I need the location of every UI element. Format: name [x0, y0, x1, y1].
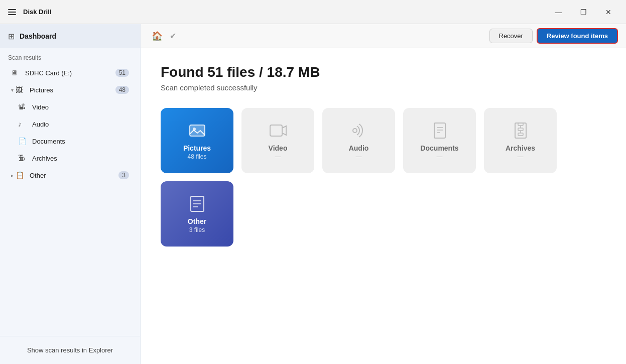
svg-rect-11 — [518, 128, 523, 131]
main-subtext: Scan completed successfully — [161, 83, 606, 92]
main-content: Found 51 files / 18.7 MB Scan completed … — [141, 48, 626, 364]
minimize-button[interactable]: — — [547, 4, 570, 20]
chevron-right-icon: ▸ — [11, 173, 14, 178]
scan-results-label: Scan results — [0, 48, 140, 64]
documents-card-label: Documents — [420, 144, 458, 152]
svg-rect-0 — [190, 125, 205, 136]
other-card-sub: 3 files — [189, 226, 205, 233]
video-card-sub: — — [275, 153, 281, 160]
right-panel: 🏠 ✔ Recover Review found items Found 51 … — [141, 24, 626, 364]
sidebar-footer: Show scan results in Explorer — [0, 336, 140, 364]
sidebar-item-label-documents: Documents — [32, 138, 129, 145]
show-explorer-button[interactable]: Show scan results in Explorer — [8, 342, 132, 358]
file-card-audio[interactable]: Audio — — [322, 108, 395, 173]
maximize-button[interactable]: ❐ — [572, 4, 595, 20]
svg-rect-4 — [434, 123, 445, 138]
video-card-icon — [269, 121, 288, 140]
svg-rect-9 — [518, 123, 523, 126]
documents-icon: 📄 — [18, 137, 28, 145]
video-card-label: Video — [269, 144, 288, 152]
drive-icon: 🖥 — [11, 69, 21, 77]
window-controls: — ❐ ✕ — [547, 4, 620, 20]
sidebar: ⊞ Dashboard Scan results 🖥 SDHC Card (E:… — [0, 24, 141, 364]
toolbar-right: Recover Review found items — [489, 28, 618, 44]
sidebar-item-video[interactable]: 📽 Video — [3, 99, 137, 115]
svg-rect-13 — [518, 133, 523, 136]
sidebar-item-count-sdhc: 51 — [115, 69, 129, 77]
documents-card-icon — [430, 121, 449, 140]
archives-icon: 🗜 — [18, 154, 28, 162]
file-card-archives[interactable]: Archives — — [484, 108, 557, 173]
hamburger-menu[interactable] — [6, 7, 18, 17]
dashboard-label: Dashboard — [20, 32, 56, 40]
sidebar-item-label-other: Other — [30, 172, 118, 179]
file-card-other[interactable]: Other 3 files — [161, 181, 233, 247]
titlebar: Disk Drill — ❐ ✕ — [0, 0, 626, 24]
audio-card-sub: — — [356, 153, 362, 160]
chevron-down-icon: ▾ — [11, 87, 14, 93]
sidebar-item-label-sdhc: SDHC Card (E:) — [25, 69, 115, 77]
other-card-label: Other — [188, 217, 206, 225]
app-title: Disk Drill — [23, 8, 51, 16]
main-heading: Found 51 files / 18.7 MB — [161, 64, 606, 80]
toolbar-left: 🏠 ✔ — [149, 28, 176, 45]
audio-card-icon — [349, 121, 368, 140]
titlebar-left: Disk Drill — [6, 7, 51, 17]
pictures-icon: 🖼 — [16, 86, 26, 94]
recover-button[interactable]: Recover — [489, 29, 533, 43]
sidebar-item-label-archives: Archives — [32, 155, 129, 162]
sidebar-item-label-video: Video — [32, 103, 129, 111]
audio-icon: ♪ — [18, 120, 28, 128]
sidebar-item-archives[interactable]: 🗜 Archives — [3, 150, 137, 166]
sidebar-item-pictures[interactable]: ▾ 🖼 Pictures 48 — [3, 82, 137, 98]
review-found-items-button[interactable]: Review found items — [537, 28, 618, 44]
archives-card-label: Archives — [506, 144, 535, 152]
svg-rect-2 — [270, 125, 282, 136]
other-card-icon — [188, 194, 207, 213]
sidebar-dashboard-item[interactable]: ⊞ Dashboard — [0, 24, 140, 48]
sidebar-item-count-other: 3 — [118, 171, 129, 179]
sidebar-item-sdhc[interactable]: 🖥 SDHC Card (E:) 51 — [3, 65, 137, 81]
file-card-video[interactable]: Video — — [241, 108, 314, 173]
audio-card-label: Audio — [349, 144, 369, 152]
sidebar-item-label-pictures: Pictures — [30, 86, 115, 94]
pictures-card-icon — [188, 121, 207, 140]
close-button[interactable]: ✕ — [597, 4, 620, 20]
sidebar-item-count-pictures: 48 — [115, 86, 129, 94]
sidebar-item-other[interactable]: ▸ 📋 Other 3 — [3, 167, 137, 183]
pictures-card-label: Pictures — [183, 144, 211, 152]
app-body: ⊞ Dashboard Scan results 🖥 SDHC Card (E:… — [0, 24, 626, 364]
pictures-card-sub: 48 files — [187, 153, 206, 160]
sidebar-item-documents[interactable]: 📄 Documents — [3, 133, 137, 149]
check-icon: ✔ — [170, 31, 176, 41]
toolbar: 🏠 ✔ Recover Review found items — [141, 24, 626, 48]
archives-card-icon — [511, 121, 530, 140]
documents-card-sub: — — [437, 153, 443, 160]
archives-card-sub: — — [518, 153, 524, 160]
file-card-documents[interactable]: Documents — — [403, 108, 476, 173]
home-button[interactable]: 🏠 — [149, 28, 166, 45]
other-icon: 📋 — [16, 171, 26, 179]
file-card-pictures[interactable]: Pictures 48 files — [161, 108, 233, 173]
video-icon: 📽 — [18, 103, 28, 111]
sidebar-item-label-audio: Audio — [32, 120, 129, 128]
sidebar-item-audio[interactable]: ♪ Audio — [3, 116, 137, 132]
dashboard-grid-icon: ⊞ — [8, 32, 15, 41]
svg-point-3 — [353, 129, 357, 133]
file-type-cards-grid: Pictures 48 files Video — — [161, 108, 606, 247]
